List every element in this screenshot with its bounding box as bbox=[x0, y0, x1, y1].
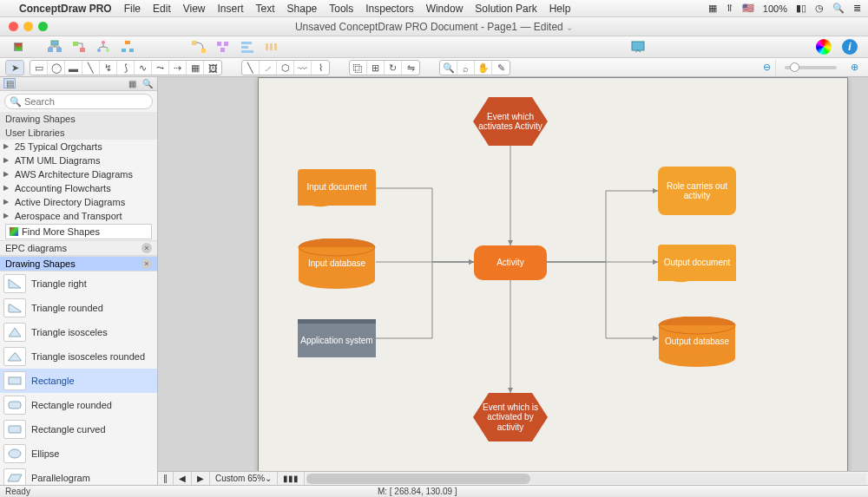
zoom-display[interactable]: Custom 65% ⌄ bbox=[210, 472, 278, 485]
lib-item[interactable]: ▶25 Typical Orgcharts bbox=[0, 140, 157, 154]
zoom-out-button[interactable]: ⊖ bbox=[759, 60, 776, 75]
wifi-icon[interactable]: ⥣ bbox=[726, 3, 733, 14]
menu-window[interactable]: Window bbox=[426, 3, 464, 15]
application-system[interactable]: Application system bbox=[298, 319, 376, 357]
activity[interactable]: Activity bbox=[474, 245, 547, 280]
edit-poly-tool[interactable]: ⬡ bbox=[277, 61, 294, 75]
app-name[interactable]: ConceptDraw PRO bbox=[19, 3, 112, 15]
group-tool[interactable]: ⿻ bbox=[350, 61, 367, 75]
smart-connector-tool[interactable]: ⇢ bbox=[169, 61, 187, 75]
ellipse-tool[interactable]: ◯ bbox=[48, 61, 65, 75]
eyedropper-tool[interactable]: ✎ bbox=[492, 61, 510, 75]
menu-help[interactable]: Help bbox=[549, 3, 571, 15]
menu-text[interactable]: Text bbox=[256, 3, 275, 15]
shape-triangle-isosceles-rounded[interactable]: Triangle isosceles rounded bbox=[0, 344, 157, 369]
output-database[interactable]: Output database bbox=[658, 317, 736, 362]
edit-spline-tool[interactable]: ⌇ bbox=[312, 61, 329, 75]
edit-line-tool[interactable]: ╲ bbox=[242, 61, 260, 75]
pager-next[interactable]: ▶ bbox=[192, 472, 210, 485]
rotate-tool[interactable]: ↻ bbox=[385, 61, 402, 75]
shape-rectangle[interactable]: Rectangle bbox=[0, 369, 157, 393]
input-document[interactable]: Input document bbox=[298, 169, 376, 206]
find-more-shapes[interactable]: Find More Shapes bbox=[5, 224, 152, 239]
menu-file[interactable]: File bbox=[124, 3, 141, 15]
shape-rectangle-curved[interactable]: Rectangle curved bbox=[0, 417, 157, 441]
zoom-in-button[interactable]: ⊕ bbox=[845, 60, 863, 75]
library-search-icon[interactable]: 🔍 bbox=[141, 78, 154, 88]
menu-view[interactable]: View bbox=[183, 3, 206, 15]
presentation-icon[interactable] bbox=[628, 38, 648, 56]
grid-icon[interactable]: ▦ bbox=[708, 3, 717, 14]
info-icon[interactable]: i bbox=[840, 38, 859, 56]
flag-icon[interactable]: 🇺🇸 bbox=[742, 3, 754, 14]
network-icon[interactable] bbox=[118, 38, 137, 56]
pager-prev[interactable]: ◀ bbox=[174, 472, 192, 485]
shape-ellipse[interactable]: Ellipse bbox=[0, 441, 157, 466]
arc-tool[interactable]: ⟆ bbox=[117, 61, 135, 75]
edit-curve-tool[interactable]: ⟋ bbox=[260, 61, 277, 75]
lib-item[interactable]: ▶Accounting Flowcharts bbox=[0, 181, 157, 195]
arrange-icon[interactable] bbox=[214, 38, 233, 56]
polyline-tool[interactable]: ↯ bbox=[100, 61, 117, 75]
distribute-icon[interactable] bbox=[262, 38, 281, 56]
flowchart-icon[interactable] bbox=[69, 38, 89, 56]
menu-inspectors[interactable]: Inspectors bbox=[365, 3, 413, 15]
clock-icon[interactable]: ◷ bbox=[815, 3, 824, 14]
lib-item[interactable]: ▶AWS Architecture Diagrams bbox=[0, 167, 157, 181]
align-icon[interactable] bbox=[238, 38, 257, 56]
shape-parallelogram[interactable]: Parallelogram bbox=[0, 466, 157, 485]
menu-shape[interactable]: Shape bbox=[287, 3, 318, 15]
close-section-icon[interactable]: × bbox=[141, 243, 152, 253]
lib-item[interactable]: ▶Active Directory Diagrams bbox=[0, 195, 157, 209]
epc-diagrams-section[interactable]: EPC diagrams× bbox=[0, 240, 157, 256]
table-tool[interactable]: ▦ bbox=[187, 61, 204, 75]
orgchart-icon[interactable] bbox=[45, 38, 64, 56]
pager-separator[interactable]: ‖ bbox=[158, 472, 174, 485]
battery-icon[interactable]: ▮▯ bbox=[796, 3, 806, 14]
shape-triangle-right[interactable]: Triangle right bbox=[0, 271, 157, 296]
grid-view-icon[interactable]: ▦ bbox=[126, 78, 138, 88]
segment-tool[interactable]: ⊞ bbox=[367, 61, 385, 75]
search-icon[interactable]: 🔍 bbox=[832, 3, 845, 14]
h-scrollbar[interactable] bbox=[306, 474, 866, 484]
list-icon[interactable]: ≣ bbox=[853, 3, 861, 14]
event-activated-by-activity[interactable]: Event which is activated by activity bbox=[473, 393, 548, 441]
flip-tool[interactable]: ⇋ bbox=[402, 61, 419, 75]
drawing-canvas[interactable]: Event which activates Activity Event whi… bbox=[158, 77, 868, 471]
close-section-icon[interactable]: × bbox=[141, 258, 152, 269]
hand-tool[interactable]: ✋ bbox=[475, 61, 492, 75]
event-activates-activity[interactable]: Event which activates Activity bbox=[473, 97, 548, 146]
text-tool[interactable]: ▬ bbox=[65, 61, 82, 75]
connector-icon[interactable] bbox=[189, 38, 208, 56]
library-icon[interactable] bbox=[9, 38, 28, 56]
search-input[interactable] bbox=[4, 94, 153, 109]
menu-insert[interactable]: Insert bbox=[218, 3, 244, 15]
menu-tools[interactable]: Tools bbox=[329, 3, 353, 15]
pointer-tool[interactable]: ➤ bbox=[6, 61, 23, 75]
drawing-shapes-header[interactable]: Drawing Shapes bbox=[0, 112, 157, 126]
menu-edit[interactable]: Edit bbox=[153, 3, 171, 15]
rect-tool[interactable]: ▭ bbox=[30, 61, 48, 75]
shape-rectangle-rounded[interactable]: Rectangle rounded bbox=[0, 393, 157, 417]
zoom-in-tool[interactable]: 🔍 bbox=[440, 61, 457, 75]
user-libraries-header[interactable]: User Libraries bbox=[0, 126, 157, 140]
lib-item[interactable]: ▶ATM UML Diagrams bbox=[0, 154, 157, 167]
lib-item[interactable]: ▶Aerospace and Transport bbox=[0, 209, 157, 223]
curve-tool[interactable]: ∿ bbox=[135, 61, 152, 75]
page-tabs[interactable]: ▮▮▮ bbox=[278, 472, 305, 485]
output-document[interactable]: Output document bbox=[658, 245, 736, 281]
zoom-slider[interactable] bbox=[785, 66, 837, 69]
edit-bezier-tool[interactable]: 〰 bbox=[294, 61, 312, 75]
input-database[interactable]: Input database bbox=[298, 239, 376, 284]
zoom-area-tool[interactable]: ⌕ bbox=[457, 61, 475, 75]
shape-triangle-isosceles[interactable]: Triangle isosceles bbox=[0, 320, 157, 344]
library-tab-icon[interactable]: ▤ bbox=[3, 78, 16, 88]
drawing-shapes-section[interactable]: Drawing Shapes× bbox=[0, 256, 157, 271]
menu-solution-park[interactable]: Solution Park bbox=[475, 3, 536, 15]
image-tool[interactable]: 🖼 bbox=[204, 61, 221, 75]
role-carries-out-activity[interactable]: Role carries out activity bbox=[658, 167, 736, 215]
tree-icon[interactable] bbox=[94, 38, 113, 56]
color-wheel-icon[interactable] bbox=[814, 38, 833, 56]
shape-triangle-rounded[interactable]: Triangle rounded bbox=[0, 296, 157, 320]
connector-tool[interactable]: ⤳ bbox=[152, 61, 169, 75]
